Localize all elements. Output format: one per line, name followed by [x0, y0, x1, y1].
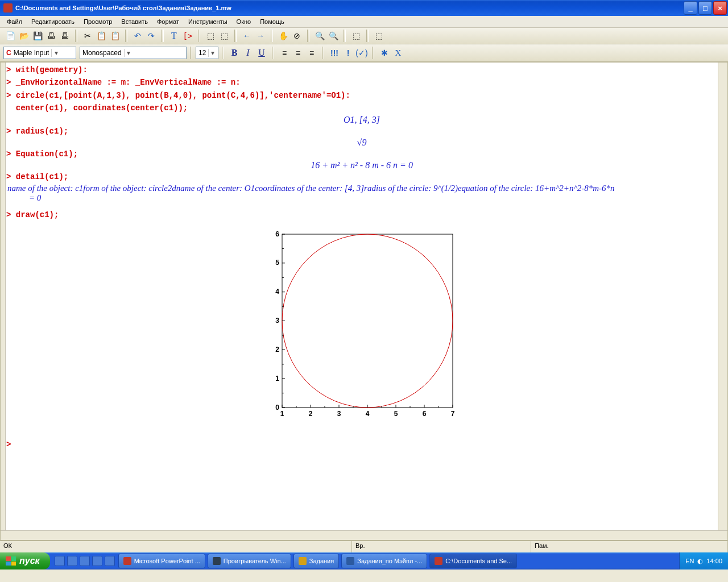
check-icon[interactable]: (✓) — [356, 47, 367, 59]
copy-icon[interactable]: 📋 — [96, 30, 107, 41]
separator — [234, 30, 237, 42]
svg-text:3: 3 — [337, 410, 341, 418]
ql-icon[interactable] — [67, 556, 77, 566]
tray-lang[interactable]: EN — [685, 558, 694, 564]
toolbar-standard: 📄 📂 💾 🖶 🖶 ✂ 📋 📋 ↶ ↷ T [> ⬚ ⬚ ← → ✋ ⊘ 🔍 🔍… — [0, 28, 728, 44]
tray-icon[interactable]: ◐ — [697, 558, 703, 565]
size-combo[interactable]: 12 ▾ — [196, 47, 218, 59]
style-combo[interactable]: C Maple Input ▾ — [3, 47, 76, 59]
start-button[interactable]: пуск — [0, 552, 50, 569]
execute-icon[interactable]: ⬚ — [350, 30, 362, 41]
separator — [75, 30, 77, 42]
x-icon[interactable]: X — [392, 47, 404, 59]
chevron-down-icon: ▾ — [51, 49, 60, 57]
separator — [307, 30, 309, 42]
worksheet[interactable]: > with(geometry): > _EnvHorizontalName :… — [6, 64, 717, 530]
ql-icon[interactable] — [80, 556, 90, 566]
menu-help[interactable]: Помощь — [255, 17, 289, 26]
close-button[interactable]: × — [713, 1, 727, 15]
indent-right-icon[interactable]: ⬚ — [218, 30, 230, 41]
status-ok: ОК — [0, 541, 352, 552]
underline-button[interactable]: U — [256, 47, 267, 59]
app-icon — [123, 557, 131, 565]
code-line[interactable]: with(geometry): — [16, 65, 88, 74]
align-center-icon[interactable]: ≡ — [292, 47, 304, 59]
new-icon[interactable]: 📄 — [5, 30, 16, 41]
code-line[interactable]: Equation(c1); — [16, 149, 78, 159]
forward-icon[interactable]: → — [255, 30, 266, 41]
menu-insert[interactable]: Вставить — [117, 17, 152, 26]
font-combo[interactable]: Monospaced ▾ — [80, 47, 187, 59]
back-icon[interactable]: ← — [241, 30, 253, 41]
svg-text:1: 1 — [275, 375, 279, 383]
taskbar-item[interactable]: Проигрыватель Win... — [208, 554, 291, 568]
menu-window[interactable]: Окно — [232, 17, 256, 26]
taskbar-item[interactable]: C:\Documents and Se... — [429, 554, 517, 568]
minimize-button[interactable]: _ — [684, 1, 697, 15]
scrollbar-horizontal[interactable] — [1, 530, 727, 540]
document-area[interactable]: > with(geometry): > _EnvHorizontalName :… — [0, 62, 728, 541]
svg-point-1 — [282, 234, 453, 408]
chevron-down-icon: ▾ — [124, 49, 133, 57]
vertical-ruler — [1, 63, 6, 540]
print-preview-icon[interactable]: 🖶 — [59, 30, 71, 41]
svg-text:6: 6 — [275, 230, 279, 238]
taskbar-item[interactable]: Задания_по Мэйпл -... — [341, 554, 427, 568]
paste-icon[interactable]: 📋 — [109, 30, 121, 41]
menu-format[interactable]: Формат — [152, 17, 184, 26]
open-icon[interactable]: 📂 — [18, 30, 30, 41]
stop-icon[interactable]: ⊘ — [291, 30, 303, 41]
redo-icon[interactable]: ↷ — [146, 30, 157, 41]
svg-text:2: 2 — [309, 410, 313, 418]
execute-one-icon[interactable]: ! — [342, 47, 354, 59]
svg-text:7: 7 — [451, 410, 455, 418]
code-line[interactable]: circle(c1,[point(A,1,3), point(B,4,0), p… — [16, 91, 350, 100]
math-mode-icon[interactable]: [> — [182, 30, 193, 41]
text-mode-icon[interactable]: T — [168, 30, 180, 41]
chevron-down-icon: ▾ — [208, 49, 217, 57]
zoom-in-icon[interactable]: 🔍 — [314, 30, 325, 41]
italic-button[interactable]: I — [242, 47, 254, 59]
system-tray[interactable]: EN ◐ 14:00 — [679, 552, 728, 569]
circle-plot: 0 1 2 3 4 5 6 — [259, 226, 464, 430]
zoom-out-icon[interactable]: 🔍 — [328, 30, 339, 41]
taskbar-item[interactable]: Задания — [293, 554, 339, 568]
svg-text:2: 2 — [275, 346, 279, 354]
maximize-button[interactable]: □ — [698, 1, 712, 15]
save-icon[interactable]: 💾 — [32, 30, 43, 41]
ql-icon[interactable] — [92, 556, 102, 566]
cut-icon[interactable]: ✂ — [82, 30, 93, 41]
bold-button[interactable]: B — [229, 47, 240, 59]
statusbar: ОК Вр. Пам. — [0, 541, 728, 552]
menu-view[interactable]: Просмотр — [79, 17, 117, 26]
menu-tools[interactable]: Инструменты — [184, 17, 232, 26]
print-icon[interactable]: 🖶 — [46, 30, 57, 41]
code-line[interactable]: _EnvHorizontalName := m: _EnvVerticalNam… — [16, 78, 241, 87]
taskbar-item[interactable]: Microsoft PowerPoint ... — [118, 554, 205, 568]
hand-icon[interactable]: ✋ — [278, 30, 289, 41]
status-mem: Пам. — [531, 541, 728, 552]
debug-icon[interactable]: ⬚ — [373, 30, 384, 41]
code-line[interactable]: draw(c1); — [16, 210, 59, 219]
svg-rect-0 — [282, 234, 453, 408]
align-left-icon[interactable]: ≡ — [279, 47, 290, 59]
app-icon — [213, 557, 221, 565]
code-line[interactable]: center(c1), coordinates(center(c1)); — [16, 103, 188, 113]
menu-edit[interactable]: Редактировать — [27, 17, 79, 26]
code-line[interactable]: radius(c1); — [16, 127, 68, 136]
svg-text:5: 5 — [394, 410, 398, 418]
menu-file[interactable]: Файл — [2, 17, 27, 26]
code-line[interactable]: detail(c1); — [16, 172, 68, 181]
ql-icon[interactable] — [105, 556, 115, 566]
star-icon[interactable]: ✱ — [379, 47, 390, 59]
menubar: Файл Редактировать Просмотр Вставить Фор… — [0, 16, 728, 28]
align-right-icon[interactable]: ≡ — [306, 47, 317, 59]
empty-prompt[interactable]: > — [6, 440, 16, 449]
svg-text:6: 6 — [423, 410, 427, 418]
ql-icon[interactable] — [55, 556, 65, 566]
undo-icon[interactable]: ↶ — [132, 30, 143, 41]
indent-left-icon[interactable]: ⬚ — [205, 30, 216, 41]
execute-group-icon[interactable]: !!! — [329, 47, 340, 59]
tray-clock[interactable]: 14:00 — [706, 558, 722, 564]
scrollbar-vertical[interactable] — [718, 63, 727, 540]
